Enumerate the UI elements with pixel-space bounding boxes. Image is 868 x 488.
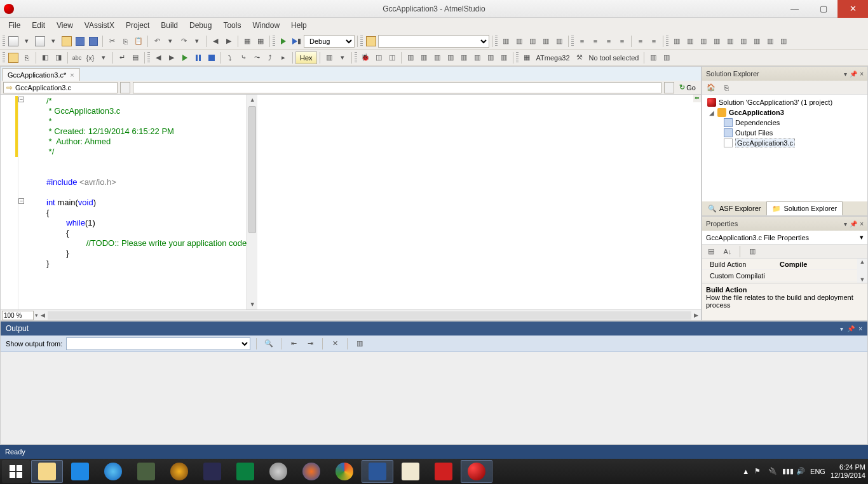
task-store[interactable] xyxy=(229,460,261,483)
save-button[interactable] xyxy=(74,35,86,48)
indent-btn[interactable]: ≡ xyxy=(602,35,615,48)
va-btn[interactable]: {x} xyxy=(84,51,97,64)
close-button[interactable]: ✕ xyxy=(837,0,868,18)
task-firefox[interactable] xyxy=(295,460,327,483)
scroll-right-icon[interactable]: ▶ xyxy=(694,312,698,318)
device-label[interactable]: ATmega32 xyxy=(534,54,573,62)
tree-project[interactable]: ◢ GccApplication3 xyxy=(703,107,866,118)
tree-output-files[interactable]: Output Files xyxy=(703,128,866,138)
start-nodebug-button[interactable]: ▮ xyxy=(290,35,303,48)
task-chrome[interactable] xyxy=(329,460,360,483)
stop-button[interactable] xyxy=(205,51,218,64)
cut-button[interactable]: ✂ xyxy=(105,35,118,48)
step-over-button[interactable]: ⤳ xyxy=(250,51,263,64)
tool-button[interactable]: ◫ xyxy=(386,51,398,64)
window-btn[interactable]: ▥ xyxy=(710,35,723,48)
save-all-button[interactable] xyxy=(87,35,100,48)
new-button[interactable] xyxy=(7,35,20,48)
uncomment-btn[interactable]: ≡ xyxy=(648,35,660,48)
grip-icon[interactable] xyxy=(666,36,668,47)
scrollbar[interactable]: ▲▼ xyxy=(857,259,867,283)
menu-tools[interactable]: Tools xyxy=(217,19,247,32)
grip-icon[interactable] xyxy=(571,36,574,47)
grip-icon[interactable] xyxy=(360,36,363,47)
close-icon[interactable]: × xyxy=(858,325,862,332)
task-app[interactable] xyxy=(196,460,228,483)
scroll-down-icon[interactable]: ▼ xyxy=(247,299,257,309)
vertical-scrollbar[interactable]: ▲ ▼ xyxy=(247,95,257,309)
tree-solution[interactable]: Solution 'GccApplication3' (1 project) xyxy=(703,97,866,107)
dbg-dropdown[interactable]: ▾ xyxy=(336,51,349,64)
step-out-button[interactable]: ⤴ xyxy=(264,51,276,64)
grip-icon[interactable] xyxy=(273,36,275,47)
scroll-track[interactable] xyxy=(48,311,691,320)
show-all-button[interactable]: ⎘ xyxy=(720,81,733,94)
task-idm[interactable] xyxy=(130,460,162,483)
menu-view[interactable]: View xyxy=(51,19,79,32)
clock[interactable]: 6:24 PM 12/19/2014 xyxy=(831,463,865,480)
va-btn[interactable]: ▤ xyxy=(129,51,142,64)
window-btn[interactable]: ▥ xyxy=(737,35,750,48)
minimize-button[interactable]: — xyxy=(780,0,809,18)
va-dropdown[interactable]: ▾ xyxy=(97,51,110,64)
step-button[interactable]: ⤵ xyxy=(224,51,236,64)
fold-toggle[interactable]: − xyxy=(18,198,24,204)
tab-solution-explorer[interactable]: 📁 Solution Explorer xyxy=(766,201,843,215)
tool-button[interactable]: ▥ xyxy=(417,51,430,64)
dbg-btn[interactable]: ▥ xyxy=(323,51,336,64)
va-btn[interactable]: ◨ xyxy=(52,51,65,64)
pin-icon[interactable]: 📌 xyxy=(847,325,855,332)
task-atmelstudio[interactable] xyxy=(461,460,492,483)
window-btn[interactable]: ▥ xyxy=(684,35,696,48)
va-btn[interactable]: ◧ xyxy=(39,51,51,64)
window-btn[interactable]: ▥ xyxy=(724,35,736,48)
solution-tree[interactable]: Solution 'GccApplication3' (1 project) ◢… xyxy=(702,95,867,201)
tool-button[interactable]: ▥ xyxy=(647,51,660,64)
close-icon[interactable]: × xyxy=(70,71,74,79)
task-ie[interactable] xyxy=(97,460,129,483)
dropdown-icon[interactable]: ▾ xyxy=(844,220,847,227)
task-explorer[interactable] xyxy=(31,460,63,483)
dropdown-icon[interactable]: ▾ xyxy=(840,325,843,332)
wifi-icon[interactable]: ▮▮▮ xyxy=(782,467,791,476)
spinner[interactable] xyxy=(664,82,674,93)
grip-icon[interactable] xyxy=(355,52,357,64)
output-body[interactable] xyxy=(1,352,867,444)
clear-button[interactable]: ✕ xyxy=(329,337,341,350)
find-button[interactable]: 🔍 xyxy=(262,337,275,350)
scroll-thumb[interactable] xyxy=(248,106,256,233)
va-btn[interactable]: ↵ xyxy=(116,51,128,64)
tool-btn[interactable]: ▥ xyxy=(553,35,566,48)
properties-grid[interactable]: Build Action Compile Custom Compilati ▲▼ xyxy=(702,259,867,283)
undo-dropdown[interactable]: ▾ xyxy=(164,35,177,48)
document-tab[interactable]: GccApplication3.c* × xyxy=(2,68,80,81)
redo-button[interactable]: ↷ xyxy=(177,35,190,48)
go-button[interactable]: ↻Go xyxy=(677,82,698,93)
menu-help[interactable]: Help xyxy=(285,19,313,32)
tool-button[interactable]: ▥ xyxy=(444,51,457,64)
task-word[interactable] xyxy=(362,460,393,483)
spinner[interactable] xyxy=(120,82,130,93)
copy-button[interactable]: ⎘ xyxy=(119,35,132,48)
properties-header[interactable]: GccApplication3.c File Properties ▾ xyxy=(702,231,867,245)
tool-btn[interactable]: ▥ xyxy=(539,35,552,48)
home-button[interactable]: 🏠 xyxy=(705,81,717,94)
tree-dependencies[interactable]: Dependencies xyxy=(703,118,866,128)
close-icon[interactable]: × xyxy=(860,220,864,227)
find-combo[interactable] xyxy=(378,35,489,48)
tree-source-file[interactable]: GccApplication3.c xyxy=(703,138,866,148)
sort-button[interactable]: A↓ xyxy=(721,245,734,258)
task-pdf[interactable] xyxy=(428,460,459,483)
scroll-up-icon[interactable]: ▲ xyxy=(247,95,257,105)
menu-edit[interactable]: Edit xyxy=(26,19,51,32)
menu-vassistx[interactable]: VAssistX xyxy=(79,19,120,32)
close-icon[interactable]: × xyxy=(860,71,864,78)
window-btn[interactable]: ▥ xyxy=(750,35,763,48)
menu-debug[interactable]: Debug xyxy=(184,19,217,32)
config-combo[interactable]: Debug xyxy=(304,35,355,48)
va-btn[interactable]: ⎘ xyxy=(20,51,33,64)
code-editor[interactable]: − − /* * GccApplication3.c * * Created: … xyxy=(1,95,701,309)
hex-button[interactable]: Hex xyxy=(295,51,317,64)
tool-button[interactable]: ▥ xyxy=(484,51,497,64)
tool-btn[interactable]: ▥ xyxy=(499,35,512,48)
